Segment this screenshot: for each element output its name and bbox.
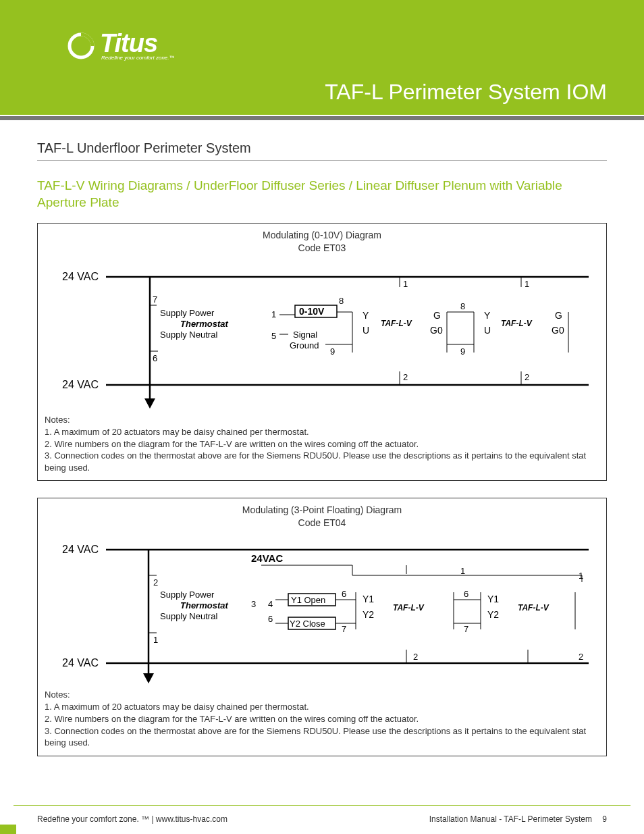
svg-text:Y1: Y1 (487, 594, 499, 604)
diagram-box-et03: Modulating (0-10V) Diagram Code ET03 24 … (37, 223, 607, 481)
footer-left: Redefine your comfort zone. ™ | www.titu… (37, 814, 227, 824)
brand-logo: Titus Redefine your comfort zone.™ (68, 30, 175, 61)
svg-text:1: 1 (525, 279, 529, 289)
svg-text:U: U (363, 325, 369, 336)
swirl-icon (68, 32, 95, 59)
label-ground: Ground (290, 340, 319, 350)
svg-text:2: 2 (525, 372, 529, 382)
label-24vac-bottom: 24 VAC (62, 379, 99, 390)
svg-text:2: 2 (579, 652, 583, 662)
label-signal: Signal (293, 330, 317, 340)
svg-text:Y: Y (363, 310, 369, 321)
page-number: 9 (602, 814, 607, 824)
svg-text:8: 8 (339, 296, 344, 306)
svg-text:7: 7 (342, 624, 346, 634)
note-item: 2. Wire numbers on the diagram for the T… (45, 438, 599, 450)
label-24vac-mid: 24VAC (251, 552, 283, 564)
svg-text:Y2: Y2 (487, 609, 499, 620)
brand-tagline: Redefine your comfort zone.™ (101, 55, 175, 61)
wiring-diagram-et03: 24 VAC 24 VAC 7 Supply Power Thermostat … (55, 257, 589, 409)
label-y2-close: Y2 Close (290, 619, 325, 629)
diagram2-title-line2: Code ET04 (298, 517, 346, 528)
svg-text:7: 7 (153, 294, 157, 305)
diagram1-title: Modulating (0-10V) Diagram Code ET03 (45, 229, 599, 253)
note-item: 3. Connection codes on the thermostat ab… (45, 725, 599, 749)
svg-text:8: 8 (460, 301, 465, 311)
label-24vac-top: 24 VAC (62, 271, 99, 282)
diagram1-title-line2: Code ET03 (298, 242, 346, 253)
label-module1: TAF-L-V (381, 319, 412, 328)
label-24vac-bot2: 24 VAC (62, 657, 99, 669)
svg-text:3: 3 (251, 599, 256, 609)
svg-text:4: 4 (268, 599, 273, 609)
note-item: 1. A maximum of 20 actuators may be dais… (45, 426, 599, 438)
diagram2-notes: Notes: 1. A maximum of 20 actuators may … (45, 689, 599, 749)
svg-text:2: 2 (413, 652, 418, 662)
label-supply-neutral: Supply Neutral (160, 330, 217, 340)
footer-divider (14, 805, 630, 806)
svg-marker-45 (143, 673, 154, 683)
footer-manual-title: Installation Manual - TAF-L Perimeter Sy… (429, 814, 592, 824)
diagram2-title-line1: Modulating (3-Point Floating) Diagram (242, 504, 402, 515)
label-module4: TAF-L-V (518, 603, 549, 613)
svg-text:G0: G0 (552, 325, 564, 336)
label-module3: TAF-L-V (393, 603, 425, 613)
svg-text:6: 6 (464, 589, 468, 599)
svg-text:1: 1 (153, 635, 158, 645)
label-supply-neutral2: Supply Neutral (160, 611, 217, 621)
diagram-box-et04: Modulating (3-Point Floating) Diagram Co… (37, 498, 607, 756)
svg-text:U: U (484, 325, 491, 336)
label-supply-power: Supply Power (160, 308, 215, 318)
svg-text:9: 9 (330, 346, 335, 357)
note-item: 2. Wire numbers on the diagram for the T… (45, 713, 599, 725)
svg-text:6: 6 (153, 353, 157, 363)
svg-text:1: 1 (403, 279, 408, 289)
svg-text:9: 9 (460, 346, 465, 357)
note-item: 1. A maximum of 20 actuators may be dais… (45, 701, 599, 713)
svg-text:5: 5 (271, 331, 276, 341)
label-supply-power2: Supply Power (160, 590, 215, 600)
notes-label: Notes: (45, 689, 599, 701)
diagram2-title: Modulating (3-Point Floating) Diagram Co… (45, 504, 599, 528)
footer-right: Installation Manual - TAF-L Perimeter Sy… (429, 814, 607, 824)
label-y1-open: Y1 Open (291, 595, 325, 605)
svg-text:1: 1 (271, 309, 276, 319)
label-24vac-top2: 24 VAC (62, 544, 99, 555)
svg-text:6: 6 (268, 614, 273, 624)
diagram1-title-line1: Modulating (0-10V) Diagram (263, 230, 381, 240)
section-subheading: TAF-L-V Wiring Diagrams / UnderFloor Dif… (37, 178, 607, 211)
diagram1-notes: Notes: 1. A maximum of 20 actuators may … (45, 414, 599, 474)
page-header: Titus Redefine your comfort zone.™ TAF-L… (0, 0, 644, 115)
svg-text:Y2: Y2 (363, 609, 374, 620)
svg-text:G: G (433, 310, 441, 321)
page-footer: Redefine your comfort zone. ™ | www.titu… (37, 814, 607, 824)
svg-text:7: 7 (464, 624, 468, 634)
label-thermostat: Thermostat (180, 319, 228, 329)
svg-text:1: 1 (460, 566, 465, 576)
wiring-diagram-et04: 24 VAC 24 VAC 24VAC 2 Supply Power Therm… (55, 531, 589, 683)
label-thermostat2: Thermostat (180, 600, 228, 610)
label-module2: TAF-L-V (501, 319, 533, 328)
svg-text:G0: G0 (430, 325, 443, 336)
document-title: TAF-L Perimeter System IOM (325, 80, 607, 105)
svg-text:G: G (555, 310, 562, 321)
corner-tab (0, 825, 16, 834)
page-content: TAF-L Underfloor Perimeter System TAF-L-… (0, 120, 644, 756)
svg-text:Y: Y (484, 310, 491, 321)
svg-text:2: 2 (403, 372, 408, 382)
svg-text:2: 2 (153, 577, 158, 588)
section-title: TAF-L Underfloor Perimeter System (37, 140, 607, 161)
svg-text:Y1: Y1 (363, 594, 374, 604)
svg-text:6: 6 (342, 589, 346, 599)
svg-marker-4 (144, 398, 155, 409)
note-item: 3. Connection codes on the thermostat ab… (45, 450, 599, 473)
brand-name: Titus (100, 30, 175, 56)
label-0-10v: 0-10V (299, 306, 325, 317)
notes-label: Notes: (45, 414, 599, 426)
